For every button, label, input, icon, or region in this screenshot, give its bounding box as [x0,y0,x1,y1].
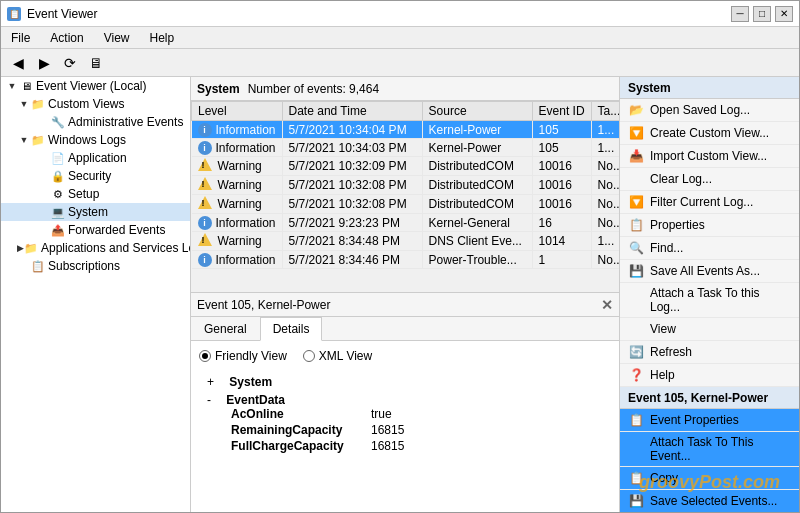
action-item-label: Save All Events As... [650,264,760,278]
xml-view-option[interactable]: XML View [303,349,372,363]
action-item-icon: 📂 [628,102,644,118]
cell-eventid: 10016 [532,176,591,195]
col-datetime[interactable]: Date and Time [282,102,422,121]
action-item-0-11[interactable]: ❓Help [620,364,799,387]
table-row[interactable]: iInformation5/7/2021 10:34:04 PMKernel-P… [192,121,620,139]
action-item-0-3[interactable]: Clear Log... [620,168,799,191]
table-row[interactable]: Warning5/7/2021 10:32:08 PMDistributedCO… [192,176,620,195]
menu-view[interactable]: View [100,30,134,46]
action-item-1-1[interactable]: Attach Task To This Event... [620,432,799,467]
sidebar-item-app-services[interactable]: ▶ 📁 Applications and Services Logs [1,239,190,257]
cell-source: Power-Trouble... [422,251,532,269]
event-field-name: FullChargeCapacity [231,439,371,453]
sidebar-item-forwarded-events[interactable]: 📤 Forwarded Events [1,221,190,239]
friendly-view-option[interactable]: Friendly View [199,349,287,363]
action-item-1-2[interactable]: 📋Copy [620,467,799,490]
action-item-label: Import Custom View... [650,149,767,163]
minimize-button[interactable]: ─ [731,6,749,22]
table-row[interactable]: iInformation5/7/2021 8:34:46 PMPower-Tro… [192,251,620,269]
info-icon: i [198,123,212,137]
col-level[interactable]: Level [192,102,283,121]
sidebar-appservices-label: Applications and Services Logs [41,241,191,255]
cell-eventid: 105 [532,139,591,157]
maximize-button[interactable]: □ [753,6,771,22]
col-eventid[interactable]: Event ID [532,102,591,121]
events-count: Number of events: 9,464 [248,82,379,96]
eventdata-collapse-marker[interactable]: - [207,393,211,407]
custom-views-toggle-icon: ▼ [17,97,31,111]
action-item-0-4[interactable]: 🔽Filter Current Log... [620,191,799,214]
table-row[interactable]: iInformation5/7/2021 9:23:23 PMKernel-Ge… [192,214,620,232]
info-icon: i [198,253,212,267]
action-item-label: Filter Current Log... [650,195,753,209]
col-task[interactable]: Ta... [591,102,619,121]
action-item-icon: 🔍 [628,240,644,256]
sidebar-item-security[interactable]: 🔒 Security [1,167,190,185]
actions-section-header-0: System [620,77,799,99]
sidebar-root[interactable]: ▼ 🖥 Event Viewer (Local) [1,77,190,95]
sidebar-item-application[interactable]: 📄 Application [1,149,190,167]
sidebar: ▼ 🖥 Event Viewer (Local) ▼ 📁 Custom View… [1,77,191,512]
table-row[interactable]: Warning5/7/2021 10:32:09 PMDistributedCO… [192,157,620,176]
action-item-label: Copy [650,471,678,485]
cell-level: iInformation [192,251,283,269]
action-item-0-2[interactable]: 📥Import Custom View... [620,145,799,168]
sidebar-item-windows-logs[interactable]: ▼ 📁 Windows Logs [1,131,190,149]
event-viewer-window: 📋 Event Viewer ─ □ ✕ File Action View He… [0,0,800,513]
toolbar-back-button[interactable]: ◀ [7,52,29,74]
menu-file[interactable]: File [7,30,34,46]
toolbar-refresh-button[interactable]: ⟳ [59,52,81,74]
actions-panel: System📂Open Saved Log...🔽Create Custom V… [619,77,799,512]
action-item-icon: 🔽 [628,125,644,141]
cell-task: No... [591,195,619,214]
sidebar-item-subscriptions[interactable]: 📋 Subscriptions [1,257,190,275]
sidebar-item-admin-events[interactable]: 🔧 Administrative Events [1,113,190,131]
events-panel-header: System Number of events: 9,464 [191,77,619,101]
action-item-0-8[interactable]: Attach a Task To this Log... [620,283,799,318]
center-content: System Number of events: 9,464 Level Dat… [191,77,619,512]
action-item-1-0[interactable]: 📋Event Properties [620,409,799,432]
sec-spacer [37,169,51,183]
action-item-icon: 📥 [628,148,644,164]
action-item-0-9[interactable]: View [620,318,799,341]
action-item-0-6[interactable]: 🔍Find... [620,237,799,260]
cell-datetime: 5/7/2021 9:23:23 PM [282,214,422,232]
action-item-0-0[interactable]: 📂Open Saved Log... [620,99,799,122]
tab-general[interactable]: General [191,317,260,340]
system-spacer [37,205,51,219]
events-table-container[interactable]: Level Date and Time Source Event ID Ta..… [191,101,619,292]
action-item-label: Clear Log... [650,172,712,186]
window-title: Event Viewer [27,7,97,21]
setup-spacer [37,187,51,201]
cell-task: No... [591,157,619,176]
action-item-0-7[interactable]: 💾Save All Events As... [620,260,799,283]
toolbar-forward-button[interactable]: ▶ [33,52,55,74]
cell-datetime: 5/7/2021 10:32:08 PM [282,176,422,195]
detail-close-button[interactable]: ✕ [601,297,613,313]
sidebar-item-system[interactable]: 💻 System [1,203,190,221]
sidebar-item-setup[interactable]: ⚙ Setup [1,185,190,203]
col-source[interactable]: Source [422,102,532,121]
close-button[interactable]: ✕ [775,6,793,22]
system-collapse-marker[interactable]: + [207,375,214,389]
table-row[interactable]: Warning5/7/2021 10:32:08 PMDistributedCO… [192,195,620,214]
event-field-item: AcOnlinetrue [231,407,611,421]
xml-view-radio[interactable] [303,350,315,362]
friendly-view-radio[interactable] [199,350,211,362]
toolbar-home-button[interactable]: 🖥 [85,52,107,74]
action-item-0-1[interactable]: 🔽Create Custom View... [620,122,799,145]
main-layout: ▼ 🖥 Event Viewer (Local) ▼ 📁 Custom View… [1,77,799,512]
menu-help[interactable]: Help [146,30,179,46]
action-item-label: Create Custom View... [650,126,769,140]
event-field-value: 16815 [371,423,404,437]
action-item-0-5[interactable]: 📋Properties [620,214,799,237]
table-row[interactable]: iInformation5/7/2021 10:34:03 PMKernel-P… [192,139,620,157]
warning-icon [198,177,212,193]
action-item-1-3[interactable]: 💾Save Selected Events... [620,490,799,512]
sidebar-item-custom-views[interactable]: ▼ 📁 Custom Views [1,95,190,113]
view-options: Friendly View XML View [199,349,611,363]
menu-action[interactable]: Action [46,30,87,46]
tab-details[interactable]: Details [260,317,323,341]
table-row[interactable]: Warning5/7/2021 8:34:48 PMDNS Client Eve… [192,232,620,251]
action-item-0-10[interactable]: 🔄Refresh [620,341,799,364]
